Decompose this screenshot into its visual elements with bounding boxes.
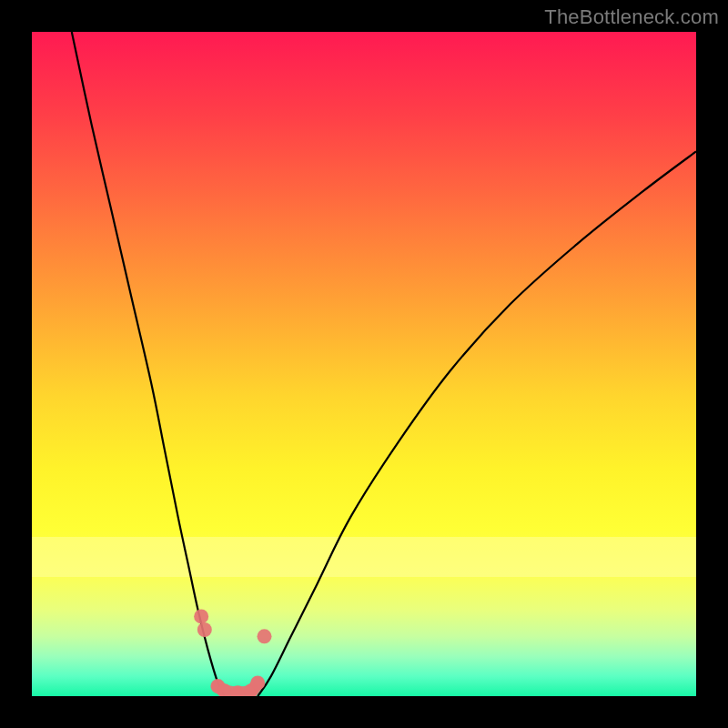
valley-marker-dot — [194, 609, 208, 623]
valley-marker-dot — [197, 622, 212, 637]
curves-svg — [32, 32, 696, 696]
watermark-text: TheBottleneck.com — [544, 5, 719, 29]
valley-marker-dots — [194, 609, 271, 696]
valley-marker-dot — [258, 629, 272, 643]
left-curve — [72, 32, 225, 696]
chart-frame: TheBottleneck.com — [0, 0, 728, 728]
right-curve — [258, 151, 696, 696]
valley-marker-dot — [250, 675, 265, 690]
plot-area — [32, 32, 696, 696]
